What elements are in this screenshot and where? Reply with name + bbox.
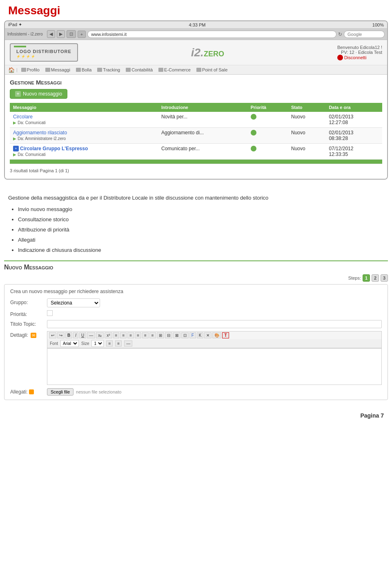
status-bar: iPad ✦ 4:33 PM 100% xyxy=(5,21,387,29)
col-data: Data e ora xyxy=(325,103,382,112)
new-message-button[interactable]: + Nuovo messaggio xyxy=(10,89,67,99)
nav-profilo[interactable]: Profilo xyxy=(19,67,42,73)
editor-insert-table[interactable]: ⊞ xyxy=(157,332,164,338)
nav-profilo-label: Profilo xyxy=(27,67,40,72)
editor-redo[interactable]: ↪ xyxy=(57,332,65,338)
editor-align-right[interactable]: ≡ xyxy=(127,332,134,338)
editor-paint[interactable]: 🎨 xyxy=(212,332,221,338)
editor-underline[interactable]: U xyxy=(79,332,86,338)
logo-text: LOGO DISTRIBUTORE xyxy=(16,49,71,54)
editor-align-center[interactable]: ≡ xyxy=(120,332,127,338)
page-title: Messaggi xyxy=(0,0,392,20)
desc-text: Gestione della messaggistica da e per il… xyxy=(8,193,384,202)
nav-home[interactable]: 🏠 xyxy=(8,67,15,73)
scegli-file-button[interactable]: Scegli file xyxy=(47,388,74,396)
disconnect-label: Disconnetti xyxy=(344,55,366,60)
messaggi-icon xyxy=(45,68,50,72)
msg-link-1[interactable]: Circolare xyxy=(13,114,33,120)
msg-intro-1: Novità per... xyxy=(158,112,247,128)
editor-area[interactable] xyxy=(47,348,382,385)
editor-toolbar: ↩ ↪ B I U — x₂ x² ≡ ≡ ≡ ≡ ≡ ≡ ⊞ ⊟ ⊠ xyxy=(47,331,382,339)
msg-priority-1 xyxy=(247,112,288,128)
user-info: Benvenuto Edicola12 ! PV: 12 · Edicola T… xyxy=(337,45,382,60)
col-messaggio: Messaggio xyxy=(10,103,158,112)
nav-tracking[interactable]: Tracking xyxy=(95,67,122,73)
new-msg-label: Nuovo messaggio xyxy=(23,91,62,97)
editor-sup[interactable]: x² xyxy=(105,332,112,338)
disconnect-button[interactable]: Disconnetti xyxy=(337,55,366,60)
feature-list: Invio nuovo messaggio Consultazione stor… xyxy=(18,205,384,255)
messages-table: Messaggio Introduzione Priorità Stato Da… xyxy=(10,103,382,164)
page-number: Pagina 7 xyxy=(0,408,392,423)
msg-stato-1: Nuovo xyxy=(288,112,325,128)
disconnect-icon xyxy=(337,55,343,60)
status-left: iPad ✦ xyxy=(8,22,22,27)
titolo-input[interactable] xyxy=(47,320,382,328)
nav-contabilita[interactable]: Contabilità xyxy=(124,67,155,73)
nav-bolla[interactable]: Bolla xyxy=(74,67,94,73)
step-2-button[interactable]: 2 xyxy=(372,274,379,282)
refresh-button[interactable]: ↻ xyxy=(338,31,342,37)
msg-intro-2: Aggiornamento di... xyxy=(158,128,247,144)
msg-intro-3: Comunicato per... xyxy=(158,144,247,160)
editor-format-1[interactable]: ≡ xyxy=(106,340,113,347)
step-1-button[interactable]: 1 xyxy=(363,274,370,282)
back-button[interactable]: ◀ xyxy=(47,30,55,38)
titolo-field xyxy=(47,320,382,328)
pv-text: PV: 12 · Edicola Test xyxy=(337,50,382,55)
editor-format-2[interactable]: ≡ xyxy=(115,340,122,347)
nav-bar: 🏠 | Profilo Messaggi Bolla Tracking Cont… xyxy=(5,65,387,75)
folder-icon-3: + xyxy=(13,146,19,151)
app-header: LOGO DISTRIBUTORE ⚡⚡⚡⚡ i2.ZERO Benvenuto… xyxy=(5,40,387,65)
step-3-button[interactable]: 3 xyxy=(381,274,388,282)
nav-ecommerce[interactable]: E-Commerce xyxy=(156,67,193,73)
nav-pos[interactable]: Point of Sale xyxy=(194,67,229,73)
editor-image[interactable]: ⊠ xyxy=(173,332,180,338)
editor-format-3[interactable]: — xyxy=(124,340,132,347)
bolla-icon xyxy=(76,68,81,72)
msg-link-3[interactable]: Circolare Gruppo L'Espresso xyxy=(20,146,88,151)
msg-stato-2: Nuovo xyxy=(288,128,325,144)
brand-i2: i2. xyxy=(191,46,204,59)
msg-link-2[interactable]: Aggiornamento rilasciato xyxy=(13,130,67,136)
editor-ol[interactable]: ≡ xyxy=(142,332,149,338)
steps-label: Steps: xyxy=(348,276,361,280)
dettagli-field: ↩ ↪ B I U — x₂ x² ≡ ≡ ≡ ≡ ≡ ≡ ⊞ ⊟ ⊠ xyxy=(47,331,382,385)
editor-undo[interactable]: ↩ xyxy=(49,332,56,338)
form-row-gruppo: Gruppo: Seleziona xyxy=(10,298,382,307)
editor-dash[interactable]: — xyxy=(87,332,95,338)
size-select[interactable]: 1 xyxy=(91,340,104,347)
editor-text[interactable]: T xyxy=(222,332,229,338)
editor-ul[interactable]: ≡ xyxy=(149,332,156,338)
col-introduzione: Introduzione xyxy=(158,103,247,112)
nav-messaggi[interactable]: Messaggi xyxy=(43,67,72,73)
editor-remove-table[interactable]: ⊟ xyxy=(165,332,172,338)
editor-italic[interactable]: I xyxy=(73,332,78,338)
nav-tracking-label: Tracking xyxy=(103,67,120,72)
editor-highlight[interactable]: K xyxy=(197,332,204,338)
editor-sub[interactable]: x₂ xyxy=(96,332,104,338)
allegati-icon xyxy=(29,389,34,394)
allegati-label: Allegati: xyxy=(10,389,47,395)
bookmark-button[interactable]: ⊡ xyxy=(67,30,76,38)
url-input[interactable] xyxy=(87,31,336,38)
form-row-priorita: Priorità: xyxy=(10,310,382,317)
logo-box: LOGO DISTRIBUTORE ⚡⚡⚡⚡ xyxy=(10,43,78,62)
editor-bold[interactable]: B xyxy=(65,332,72,338)
search-input[interactable] xyxy=(344,31,385,38)
editor-link[interactable]: ⊡ xyxy=(181,332,189,338)
font-label: Font xyxy=(50,341,58,346)
priorita-checkbox[interactable] xyxy=(47,310,53,316)
status-time: 4:33 PM xyxy=(189,22,205,27)
editor-align-left[interactable]: ≡ xyxy=(113,332,120,338)
brand-logo: i2.ZERO xyxy=(191,46,224,59)
editor-remove-format[interactable]: ✕ xyxy=(204,332,212,338)
forward-button[interactable]: ▶ xyxy=(57,30,65,38)
list-item: Consultazione storico xyxy=(18,215,384,224)
gruppo-select[interactable]: Seleziona xyxy=(47,298,100,307)
browser-tab-title: Infosistemi - i2.zero xyxy=(7,32,43,36)
editor-font-color[interactable]: F xyxy=(189,332,196,338)
editor-align-justify[interactable]: ≡ xyxy=(135,332,141,338)
font-select[interactable]: Arial xyxy=(60,340,79,347)
add-tab-button[interactable]: + xyxy=(78,31,86,38)
